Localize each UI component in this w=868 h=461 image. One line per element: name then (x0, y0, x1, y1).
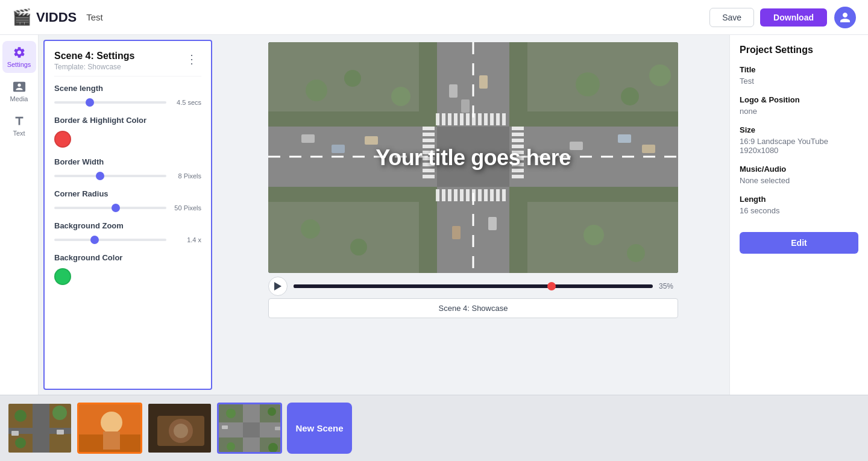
avatar[interactable] (834, 7, 856, 28)
background-zoom-row: 1.4 x (54, 236, 201, 243)
scene-4-thumbnail (219, 404, 282, 454)
border-width-slider[interactable] (54, 175, 166, 177)
corner-radius-slider[interactable] (54, 207, 166, 209)
scene-thumb-3[interactable] (147, 403, 212, 454)
rp-title-value: Test (740, 77, 858, 86)
svg-rect-57 (365, 136, 378, 145)
svg-rect-9 (442, 113, 445, 125)
scene-length-label: Scene length (54, 84, 201, 93)
svg-rect-33 (423, 133, 435, 136)
rp-length-label: Length (740, 195, 858, 204)
right-panel: Project Settings Title Test Logo & Posit… (729, 35, 868, 395)
progress-percent: 35% (659, 282, 678, 290)
svg-rect-12 (460, 113, 464, 125)
progress-dot (547, 282, 556, 290)
rp-audio-value: None selected (740, 176, 858, 185)
right-panel-title: Project Settings (740, 45, 858, 55)
border-width-row: 8 Pixels (54, 172, 201, 180)
download-button[interactable]: Download (760, 8, 827, 27)
svg-point-98 (268, 443, 278, 453)
svg-rect-82 (57, 430, 64, 434)
border-color-swatch[interactable] (54, 131, 71, 148)
svg-rect-23 (454, 189, 458, 201)
logo-icon: 🎬 (12, 8, 31, 27)
svg-rect-10 (448, 113, 451, 125)
svg-rect-60 (642, 145, 655, 153)
svg-rect-77 (33, 404, 49, 454)
border-width-label: Border Width (54, 157, 201, 166)
background-zoom-label: Background Zoom (54, 221, 201, 230)
play-icon (274, 282, 281, 290)
svg-point-79 (52, 406, 67, 420)
scene-length-row: 4.5 secs (54, 99, 201, 106)
rp-length-value: 16 seconds (740, 206, 858, 215)
svg-rect-59 (618, 134, 631, 143)
svg-point-95 (226, 409, 236, 418)
scene-thumb-2[interactable] (77, 403, 142, 454)
svg-rect-28 (484, 189, 488, 201)
svg-rect-56 (332, 145, 345, 153)
svg-rect-25 (466, 189, 470, 201)
svg-rect-19 (502, 113, 506, 125)
settings-menu-button[interactable]: ⋮ (182, 51, 201, 67)
scene-length-slider[interactable] (54, 101, 166, 104)
rp-size-field: Size 16:9 Landscape YouTube 1920x1080 (740, 125, 858, 155)
svg-point-97 (227, 442, 235, 451)
edit-button[interactable]: Edit (740, 232, 858, 254)
scene-thumb-1[interactable] (7, 403, 72, 454)
svg-rect-53 (488, 217, 497, 230)
svg-rect-32 (423, 127, 435, 130)
sidebar-item-media[interactable]: Media (2, 75, 36, 107)
new-scene-button[interactable]: New Scene (287, 403, 352, 454)
video-container: Your title goes here (268, 42, 678, 273)
svg-rect-81 (11, 431, 19, 436)
sidebar-settings-label: Settings (7, 61, 31, 68)
background-zoom-slider[interactable] (54, 239, 166, 241)
background-color-label: Background Color (54, 253, 201, 262)
background-zoom-section: Background Zoom 1.4 x (45, 221, 211, 253)
svg-rect-71 (268, 42, 419, 111)
settings-title: Scene 4: Settings (54, 51, 134, 61)
rp-audio-label: Music/Audio (740, 165, 858, 174)
video-frame: Your title goes here (268, 42, 678, 273)
save-button[interactable]: Save (709, 8, 754, 27)
rp-logo-value: none (740, 107, 858, 116)
svg-point-85 (101, 412, 122, 433)
corner-radius-section: Corner Radius 50 Pixels (45, 189, 211, 221)
sidebar-item-settings[interactable]: Settings (2, 41, 36, 73)
settings-panel: Scene 4: Settings Template: Showcase ⋮ S… (43, 40, 212, 390)
play-button[interactable] (268, 277, 288, 296)
svg-rect-99 (222, 425, 228, 429)
svg-rect-15 (478, 113, 482, 125)
new-scene-label: New Scene (295, 423, 343, 433)
svg-rect-51 (461, 99, 470, 113)
rp-title-label: Title (740, 65, 858, 74)
rp-audio-field: Music/Audio None selected (740, 165, 858, 185)
corner-radius-value: 50 Pixels (171, 204, 201, 212)
corner-radius-row: 50 Pixels (54, 204, 201, 212)
background-color-swatch[interactable] (54, 268, 71, 285)
rp-title-field: Title Test (740, 65, 858, 86)
svg-rect-49 (512, 175, 524, 178)
svg-rect-22 (448, 189, 451, 201)
svg-rect-100 (275, 427, 281, 430)
svg-point-90 (174, 424, 188, 438)
svg-rect-27 (478, 189, 482, 201)
progress-bar[interactable] (294, 284, 653, 288)
svg-rect-55 (301, 134, 315, 143)
sidebar-item-text[interactable]: Text (2, 110, 36, 142)
project-name: Test (86, 12, 103, 22)
border-color-label: Border & Highlight Color (54, 116, 201, 125)
settings-subtitle: Template: Showcase (54, 63, 134, 71)
svg-rect-72 (527, 42, 678, 111)
header: 🎬 VIDDS Test Save Download (0, 0, 868, 35)
svg-rect-52 (479, 75, 488, 89)
scene-3-thumbnail (148, 404, 212, 454)
video-controls: 35% (268, 277, 678, 296)
rp-logo-field: Logo & Position none (740, 95, 858, 116)
background-color-section: Background Color (45, 253, 211, 295)
svg-rect-26 (472, 189, 476, 201)
scene-thumb-4[interactable] (217, 403, 282, 454)
scene-1-thumbnail (8, 404, 72, 454)
svg-rect-24 (460, 189, 464, 201)
